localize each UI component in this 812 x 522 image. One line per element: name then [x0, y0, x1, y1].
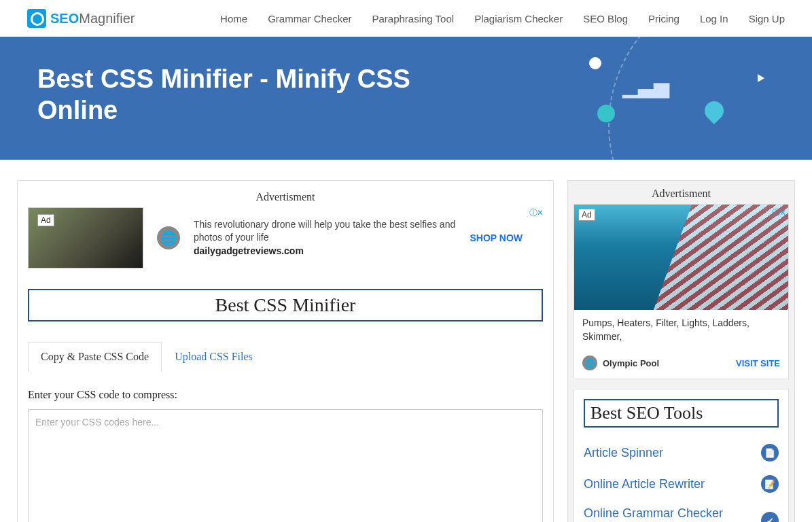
instruction-text: Enter your CSS code to compress:: [28, 389, 543, 401]
tool-link-article-spinner[interactable]: Article Spinner: [584, 446, 663, 460]
sidebar-advertisement-label: Advertisment: [573, 188, 789, 200]
ad-headline: This revolutionary drone will help you t…: [194, 218, 456, 245]
main-panel: Advertisment Ad ⓘ✕ 🌐 This revolutionary …: [17, 180, 554, 522]
logo-part1: SEO: [50, 11, 79, 26]
main-nav: Home Grammar Checker Paraphrasing Tool P…: [220, 13, 785, 24]
tool-link-grammar-checker-pro[interactable]: Online Grammar Checker PRO: [584, 506, 747, 522]
nav-plagiarism-checker[interactable]: Plagiarism Checker: [474, 13, 563, 24]
ad-cta-button[interactable]: SHOP NOW: [470, 232, 543, 243]
hero-decoration: ▁▃▅: [540, 37, 812, 160]
nav-pricing[interactable]: Pricing: [648, 13, 679, 24]
ad-info-icon[interactable]: ⓘ✕: [529, 207, 543, 219]
tool-icon: ✔: [761, 512, 779, 522]
tab-bar: Copy & Paste CSS Code Upload CSS Files: [28, 342, 543, 372]
globe-icon: 🌐: [157, 226, 180, 249]
ad-badge: Ad: [37, 214, 54, 226]
tab-copy-paste[interactable]: Copy & Paste CSS Code: [28, 342, 162, 372]
ad-banner-2[interactable]: Ad ⓘ✕ Pumps, Heaters, Filter, Lights, La…: [573, 204, 789, 379]
logo[interactable]: SEOMagnifier: [27, 9, 135, 28]
tool-icon: 📝: [761, 475, 779, 493]
tool-link-article-rewriter[interactable]: Online Article Rewriter: [584, 477, 705, 491]
nav-sign-up[interactable]: Sign Up: [749, 13, 785, 24]
nav-grammar-checker[interactable]: Grammar Checker: [268, 13, 351, 24]
ad-brand: Olympic Pool: [603, 358, 659, 368]
ad-info-icon[interactable]: ⓘ✕: [772, 207, 785, 219]
advertisement-label: Advertisment: [28, 191, 543, 203]
ad-description: Pumps, Heaters, Filter, Lights, Ladders,…: [574, 310, 788, 350]
tool-item: Article Spinner 📄: [584, 437, 779, 468]
nav-paraphrasing-tool[interactable]: Paraphrasing Tool: [372, 13, 454, 24]
ad-text: This revolutionary drone will help you t…: [194, 218, 456, 258]
tab-upload-files[interactable]: Upload CSS Files: [162, 342, 266, 372]
tool-item: Online Grammar Checker PRO ✔: [584, 500, 779, 522]
logo-text: SEOMagnifier: [50, 11, 135, 27]
nav-home[interactable]: Home: [220, 13, 247, 24]
ad-visit-site-button[interactable]: VISIT SITE: [736, 358, 780, 368]
tool-icon: 📄: [761, 444, 779, 462]
tools-box-title: Best SEO Tools: [584, 399, 779, 428]
hero-banner: Best CSS Minifier - Minify CSS Online ▁▃…: [0, 37, 812, 160]
ad-banner-1[interactable]: Ad ⓘ✕ 🌐 This revolutionary drone will he…: [28, 207, 543, 268]
nav-seo-blog[interactable]: SEO Blog: [583, 13, 628, 24]
ad-domain: dailygadgetreviews.com: [194, 245, 456, 258]
nav-log-in[interactable]: Log In: [700, 13, 728, 24]
tool-title: Best CSS Minifier: [28, 289, 543, 321]
css-code-input[interactable]: [28, 409, 543, 522]
logo-icon: [27, 9, 46, 28]
ad-badge: Ad: [578, 209, 595, 221]
page-title: Best CSS Minifier - Minify CSS Online: [0, 64, 476, 126]
best-seo-tools-box: Best SEO Tools Article Spinner 📄 Online …: [573, 389, 789, 522]
sidebar: Advertisment Ad ⓘ✕ Pumps, Heaters, Filte…: [567, 180, 795, 522]
globe-icon: 🌐: [582, 355, 597, 370]
logo-part2: Magnifier: [79, 11, 135, 26]
ad-image-pool: Ad ⓘ✕: [574, 205, 788, 310]
tool-item: Online Article Rewriter 📝: [584, 468, 779, 500]
